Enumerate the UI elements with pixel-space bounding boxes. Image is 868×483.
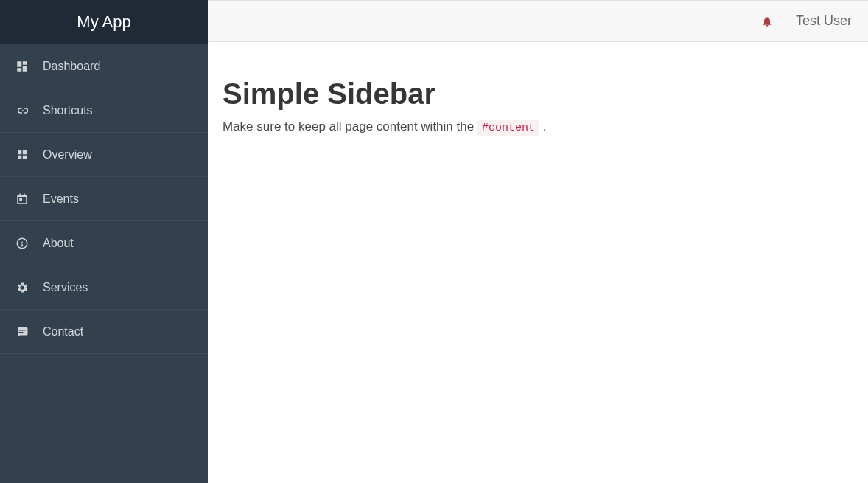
notification-bell-icon[interactable] [760,15,774,28]
sidebar-item-label: About [43,237,74,250]
sidebar: My App Dashboard Shortcuts Overview Even… [0,0,208,483]
link-icon [15,103,29,118]
sidebar-item-events[interactable]: Events [0,177,208,221]
gear-icon [15,280,29,295]
dashboard-icon [15,59,29,74]
app-brand-label: My App [77,13,130,32]
page-description: Make sure to keep all page content withi… [223,119,853,134]
sidebar-item-label: Services [43,281,88,294]
sidebar-item-label: Overview [43,148,92,161]
sidebar-item-label: Contact [43,325,83,338]
sidebar-menu: Dashboard Shortcuts Overview Events Abou… [0,44,208,354]
app-brand[interactable]: My App [0,0,208,44]
description-prefix: Make sure to keep all page content withi… [223,119,477,133]
content: Simple Sidebar Make sure to keep all pag… [208,42,868,149]
sidebar-item-services[interactable]: Services [0,265,208,310]
sidebar-item-label: Dashboard [43,60,100,73]
sidebar-item-dashboard[interactable]: Dashboard [0,44,208,88]
description-suffix: . [543,119,547,133]
sidebar-item-shortcuts[interactable]: Shortcuts [0,88,208,133]
sidebar-item-label: Events [43,192,79,206]
info-icon [15,236,29,251]
main-area: Test User Simple Sidebar Make sure to ke… [208,0,868,483]
apps-icon [15,147,29,162]
sidebar-item-label: Shortcuts [43,104,93,117]
user-name[interactable]: Test User [796,13,855,29]
calendar-icon [15,192,29,206]
sidebar-item-contact[interactable]: Contact [0,310,208,354]
code-content-id: #content [477,120,539,136]
sidebar-item-about[interactable]: About [0,221,208,265]
sidebar-item-overview[interactable]: Overview [0,133,208,177]
topbar: Test User [208,0,868,42]
page-title: Simple Sidebar [223,77,853,111]
message-icon [15,324,29,339]
